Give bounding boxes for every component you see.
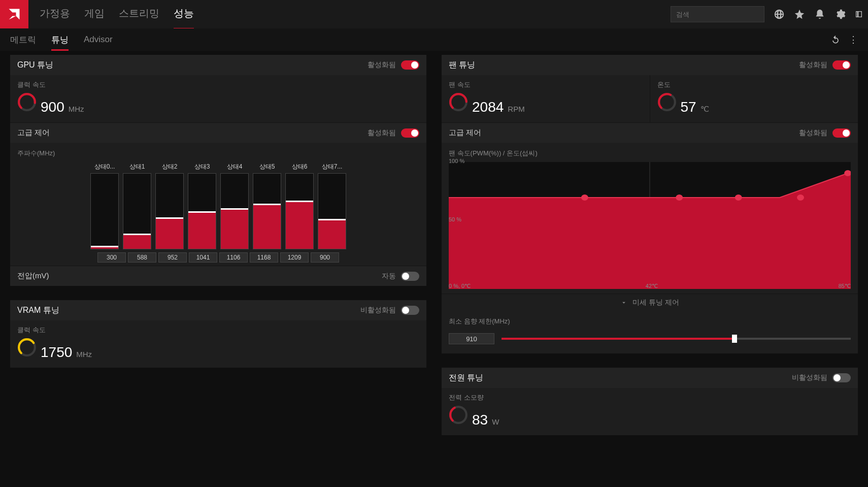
- temp-value: 57: [681, 99, 696, 115]
- gpu-freq-chart: 주파수(MHz) 상태0...상태1상태2상태3상태4상태5상태6상태7... …: [10, 143, 426, 266]
- power-label: 전력 소모량: [449, 393, 851, 402]
- fine-tune-label: 미세 튜닝 제어: [632, 298, 679, 307]
- freq-bar-label: 상태1: [129, 163, 145, 171]
- x-label-end: 85℃: [839, 283, 851, 289]
- freq-bar-state-4[interactable]: 상태4: [219, 163, 250, 249]
- power-gauge-icon: [449, 405, 468, 426]
- more-menu-icon[interactable]: ⋮: [849, 34, 858, 45]
- main-tabs: 가정용 게임 스트리밍 성능: [40, 7, 194, 22]
- x-label-mid: 42℃: [646, 283, 658, 289]
- fan-tuning-toggle[interactable]: [832, 60, 851, 70]
- freq-bar-state-6[interactable]: 상태6: [284, 163, 315, 249]
- y-label-0: 0 %, 0℃: [449, 283, 471, 289]
- vram-tuning-title: VRAM 튜닝: [17, 305, 59, 316]
- svg-point-10: [581, 194, 588, 201]
- fan-tuning-status: 활성화됨: [799, 60, 827, 70]
- fine-tune-expand[interactable]: 미세 튜닝 제어: [442, 294, 858, 311]
- tab-gaming[interactable]: 게임: [84, 7, 105, 22]
- vram-clock-value: 1750: [41, 344, 72, 361]
- gpu-advanced-label: 고급 제어: [17, 128, 50, 138]
- freq-bar-state-1[interactable]: 상태1: [122, 163, 152, 249]
- gpu-advanced-toggle[interactable]: [401, 128, 419, 138]
- search-input[interactable]: [676, 11, 761, 18]
- vram-clock-gauge-icon: [17, 338, 37, 359]
- freq-bar-label: 상태4: [227, 163, 243, 171]
- y-label-50: 50 %: [449, 216, 461, 222]
- gpu-clock-gauge-icon: [17, 92, 37, 113]
- temp-gauge-icon: [657, 92, 677, 113]
- tab-streaming[interactable]: 스트리밍: [119, 7, 159, 22]
- freq-bar-state-2[interactable]: 상태2: [154, 163, 185, 249]
- fan-curve-chart[interactable]: 팬 속도(PWM(%)) / 온도(섭씨) 100 % 50 % 0 %, 0℃…: [442, 143, 858, 294]
- gear-icon[interactable]: [834, 9, 846, 20]
- freq-bar-state-3[interactable]: 상태3: [187, 163, 217, 249]
- freq-bar-label: 상태3: [194, 163, 210, 171]
- gpu-freq-chart-label: 주파수(MHz): [17, 149, 419, 158]
- gpu-voltage-label: 전압(mV): [17, 271, 49, 281]
- min-acoustic-slider[interactable]: [502, 338, 851, 340]
- fan-advanced-status: 활성화됨: [799, 128, 827, 138]
- power-tuning-status: 비활성화됨: [792, 373, 827, 382]
- fan-advanced-toggle[interactable]: [832, 128, 851, 138]
- vram-tuning-status: 비활성화됨: [360, 306, 396, 315]
- freq-bar-state-0[interactable]: 상태0...: [89, 163, 120, 249]
- freq-bar-label: 상태6: [292, 163, 308, 171]
- freq-bar-state-5[interactable]: 상태5: [252, 163, 282, 249]
- gpu-tuning-status: 활성화됨: [368, 60, 396, 70]
- gpu-tuning-title: GPU 튜닝: [17, 60, 53, 71]
- freq-bar-label: 상태5: [259, 163, 275, 171]
- gpu-tuning-toggle[interactable]: [401, 60, 419, 70]
- subtab-metrics[interactable]: 메트릭: [10, 34, 36, 46]
- tab-home[interactable]: 가정용: [40, 7, 70, 22]
- power-value: 83: [472, 412, 488, 428]
- freq-bar-value[interactable]: 1168: [250, 252, 278, 263]
- vram-tuning-panel: VRAM 튜닝 비활성화됨 클럭 속도 1750 MHz: [10, 300, 426, 368]
- globe-icon[interactable]: [774, 9, 785, 20]
- subtab-tuning[interactable]: 튜닝: [51, 34, 69, 46]
- fan-curve-label: 팬 속도(PWM(%)) / 온도(섭씨): [449, 149, 851, 158]
- freq-bar-value[interactable]: 900: [311, 252, 339, 263]
- gpu-tuning-panel: GPU 튜닝 활성화됨 클럭 속도 900 MHz 고급 제어 활성화됨 주파수…: [10, 55, 426, 286]
- fan-advanced-label: 고급 제어: [449, 128, 481, 138]
- fan-speed-label: 팬 속도: [449, 80, 643, 89]
- gpu-voltage-toggle[interactable]: [401, 272, 419, 281]
- vram-clock-label: 클럭 속도: [17, 326, 419, 335]
- tab-performance[interactable]: 성능: [174, 7, 194, 22]
- star-icon[interactable]: [794, 9, 805, 20]
- gpu-clock-unit: MHz: [69, 105, 84, 113]
- top-bar: 가정용 게임 스트리밍 성능: [0, 0, 868, 28]
- freq-bar-value[interactable]: 1041: [189, 252, 217, 263]
- freq-bar-value[interactable]: 952: [158, 252, 187, 263]
- temp-label: 온도: [657, 80, 851, 89]
- freq-bar-label: 상태7...: [322, 163, 343, 171]
- freq-bar-label: 상태2: [162, 163, 178, 171]
- power-tuning-title: 전원 튜닝: [449, 373, 483, 383]
- bell-icon[interactable]: [814, 9, 825, 20]
- gpu-advanced-status: 활성화됨: [368, 128, 396, 138]
- search-box[interactable]: [671, 6, 764, 22]
- freq-bar-label: 상태0...: [94, 163, 115, 171]
- subtab-advisor[interactable]: Advisor: [84, 35, 113, 45]
- chevron-down-icon: [620, 299, 627, 306]
- svg-point-12: [735, 194, 742, 201]
- vram-clock-unit: MHz: [76, 350, 92, 359]
- fan-tuning-title: 팬 튜닝: [449, 60, 475, 71]
- min-acoustic-value[interactable]: 910: [449, 333, 494, 344]
- freq-bar-state-7[interactable]: 상태7...: [317, 163, 347, 249]
- undo-icon[interactable]: [830, 35, 841, 45]
- gpu-clock-label: 클럭 속도: [17, 80, 419, 89]
- gpu-clock-value: 900: [41, 99, 64, 115]
- temp-unit: ℃: [700, 105, 709, 114]
- freq-bar-value[interactable]: 1106: [219, 252, 248, 263]
- gpu-voltage-status: 자동: [382, 272, 396, 281]
- fan-speed-gauge-icon: [449, 92, 468, 113]
- y-label-100: 100 %: [449, 158, 464, 164]
- amd-logo: [0, 0, 28, 28]
- vram-tuning-toggle[interactable]: [401, 306, 419, 315]
- freq-bar-value[interactable]: 1209: [280, 252, 309, 263]
- freq-bar-value[interactable]: 300: [97, 252, 126, 263]
- fan-speed-unit: RPM: [508, 105, 524, 113]
- freq-bar-value[interactable]: 588: [128, 252, 156, 263]
- power-tuning-toggle[interactable]: [832, 373, 851, 382]
- panel-icon[interactable]: [855, 9, 863, 20]
